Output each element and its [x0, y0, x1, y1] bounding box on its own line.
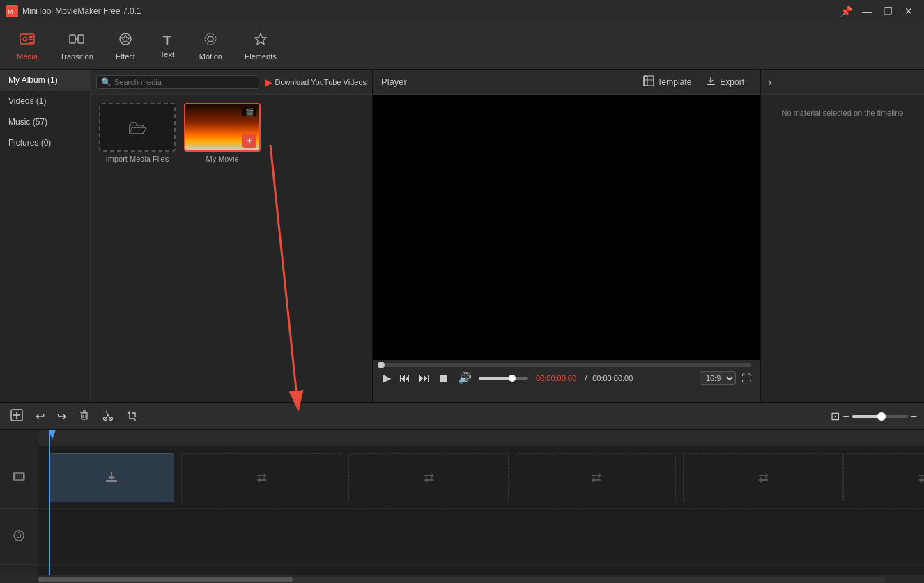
redo-button[interactable]: ↪: [54, 407, 70, 425]
transition-cell-5: ⇄: [843, 453, 924, 502]
youtube-download-button[interactable]: ▶ Download YouTube Videos: [265, 77, 367, 88]
import-media-card[interactable]: 🗁 Import Media Files: [99, 103, 176, 163]
player-screen: [373, 95, 760, 360]
export-label: Export: [720, 77, 744, 87]
transition-icon-4: ⇄: [758, 470, 769, 485]
zoom-controls: ⊡ − +: [831, 410, 917, 423]
svg-line-30: [106, 411, 108, 415]
elements-icon: [253, 31, 268, 51]
svg-rect-7: [70, 35, 75, 43]
import-thumb: 🗁: [99, 103, 176, 152]
svg-rect-43: [106, 480, 117, 482]
toolbar-item-motion[interactable]: Motion: [188, 27, 233, 65]
svg-point-12: [205, 33, 216, 45]
no-material-message: No material selected on the timeline: [761, 95, 924, 131]
app-icon: M: [6, 5, 18, 17]
left-panel-content: My Album (1) Videos (1) Music (57) Pictu…: [0, 70, 372, 402]
my-movie-label: My Movie: [206, 155, 238, 163]
cut-button[interactable]: [99, 407, 117, 426]
timeline-clip-1[interactable]: [49, 453, 174, 502]
add-to-timeline-button[interactable]: +: [242, 134, 256, 148]
collapse-right-panel-button[interactable]: ›: [768, 76, 771, 88]
toolbar-item-effect[interactable]: Effect: [105, 27, 146, 65]
next-frame-button[interactable]: ⏭: [417, 371, 431, 386]
media-toolbar: 🔍 ▶ Download YouTube Videos: [91, 70, 372, 95]
media-label: Media: [17, 52, 38, 61]
timeline: ↩ ↪ ⊡ − +: [0, 402, 924, 583]
volume-button[interactable]: 🔊: [456, 370, 473, 386]
prev-frame-button[interactable]: ⏮: [398, 371, 412, 386]
svg-rect-14: [644, 76, 654, 86]
svg-rect-17: [707, 84, 715, 85]
my-movie-card[interactable]: 🎬 + My Movie: [184, 103, 261, 163]
export-icon: [705, 75, 716, 88]
audio-track-label: [0, 509, 38, 565]
transition-cell-3: ⇄: [516, 453, 676, 502]
template-label: Template: [658, 77, 692, 87]
search-input[interactable]: [114, 78, 254, 86]
ruler-spacer: [0, 430, 38, 446]
toolbar-item-text[interactable]: T Text: [146, 29, 188, 63]
sidebar-item-my-album[interactable]: My Album (1): [0, 70, 90, 91]
import-label: Import Media Files: [106, 155, 169, 163]
svg-rect-34: [13, 473, 15, 480]
svg-rect-8: [78, 35, 84, 43]
youtube-download-label: Download YouTube Videos: [275, 78, 367, 86]
toolbar-item-media[interactable]: Media: [6, 27, 49, 65]
aspect-ratio-select[interactable]: 16:9 9:16 4:3 1:1: [700, 371, 736, 385]
crop-button[interactable]: [123, 407, 141, 426]
timeline-toolbar: ↩ ↪ ⊡ − +: [0, 403, 924, 430]
sidebar-item-music[interactable]: Music (57): [0, 111, 90, 132]
sidebar-item-videos[interactable]: Videos (1): [0, 91, 90, 111]
svg-rect-21: [82, 413, 87, 419]
tracks-area: ⇄ ⇄ ⇄ ⇄ ⇄: [38, 430, 924, 575]
export-button[interactable]: Export: [698, 72, 751, 91]
video-track-label: [0, 446, 38, 509]
player-header: Player Template Export: [373, 70, 760, 95]
main-area: My Album (1) Videos (1) Music (57) Pictu…: [0, 70, 924, 402]
media-area: 🔍 ▶ Download YouTube Videos 🗁 Import: [91, 70, 372, 402]
clip-import-icon: [104, 469, 119, 488]
stop-button[interactable]: ⏹: [437, 371, 451, 386]
current-time: 00:00:00.00: [536, 374, 576, 382]
youtube-icon: ▶: [265, 77, 272, 88]
zoom-fit-button[interactable]: ⊡: [831, 410, 840, 423]
total-time: 00:00:00.00: [592, 374, 633, 382]
template-button[interactable]: Template: [636, 72, 699, 91]
video-duration-indicator: 🎬: [242, 107, 256, 116]
transition-icon-1: ⇄: [256, 470, 267, 485]
sidebar-item-pictures[interactable]: Pictures (0): [0, 132, 90, 153]
add-media-button[interactable]: [7, 407, 26, 426]
zoom-slider[interactable]: [852, 415, 908, 418]
volume-slider[interactable]: [479, 377, 528, 380]
video-track-icon: [13, 470, 25, 485]
progress-bar[interactable]: [381, 363, 751, 367]
delete-button[interactable]: [75, 407, 93, 426]
player-controls: ▶ ⏮ ⏭ ⏹ 🔊 00:00:00.00 / 00:00:00.00 16:9…: [373, 360, 760, 402]
search-box[interactable]: 🔍: [96, 75, 259, 89]
timeline-ruler: [38, 430, 924, 446]
video-track-row: ⇄ ⇄ ⇄ ⇄ ⇄: [38, 446, 924, 509]
track-labels: [0, 430, 38, 575]
zoom-minus-button[interactable]: −: [842, 410, 849, 423]
my-movie-thumb: 🎬 +: [184, 103, 261, 152]
toolbar-item-transition[interactable]: Transition: [49, 27, 105, 65]
svg-point-41: [17, 534, 21, 538]
play-button[interactable]: ▶: [381, 370, 392, 386]
text-icon: T: [163, 33, 171, 49]
svg-rect-33: [13, 473, 24, 480]
close-button[interactable]: ✕: [899, 3, 918, 19]
audio-track-icon: [13, 529, 25, 544]
left-panel: My Album (1) Videos (1) Music (57) Pictu…: [0, 70, 373, 402]
zoom-plus-button[interactable]: +: [911, 410, 917, 423]
undo-button[interactable]: ↩: [32, 407, 48, 425]
timeline-content: ⇄ ⇄ ⇄ ⇄ ⇄: [0, 430, 924, 575]
restore-button[interactable]: ❐: [878, 3, 898, 19]
template-icon: [643, 75, 654, 88]
minimize-button[interactable]: —: [857, 3, 877, 19]
toolbar-item-elements[interactable]: Elements: [233, 27, 288, 65]
progress-thumb: [378, 362, 385, 368]
timeline-scrollbar[interactable]: [0, 575, 924, 583]
pin-button[interactable]: 📌: [836, 3, 856, 19]
fullscreen-button[interactable]: ⛶: [741, 373, 751, 384]
